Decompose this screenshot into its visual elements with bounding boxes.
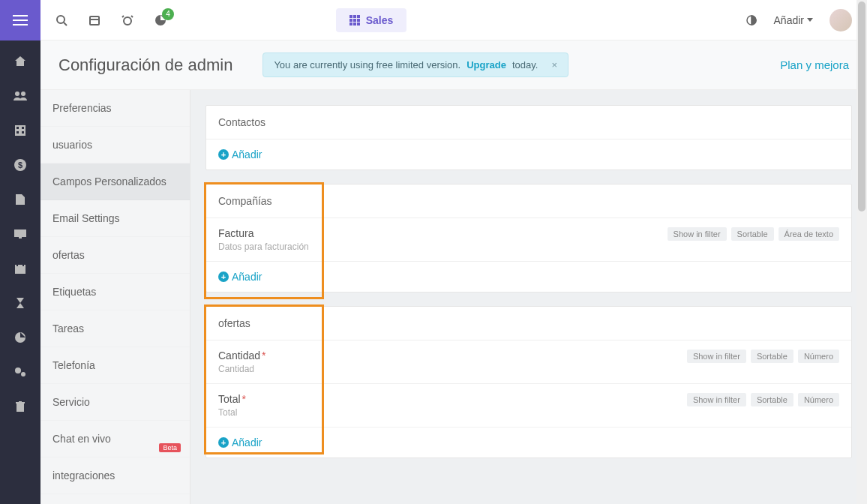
alert-text-prefix: You are currently using free limited ver… bbox=[274, 59, 460, 70]
required-marker: * bbox=[262, 350, 266, 362]
svg-rect-9 bbox=[22, 131, 24, 134]
search-button[interactable] bbox=[56, 14, 68, 26]
svg-rect-39 bbox=[357, 22, 360, 26]
nav-home[interactable] bbox=[0, 48, 40, 75]
reports-button[interactable]: 4 bbox=[154, 14, 166, 26]
sidebar-item-label: ofertas bbox=[52, 249, 85, 261]
menu-toggle[interactable] bbox=[0, 0, 40, 40]
svg-rect-33 bbox=[357, 15, 360, 18]
scrollbar-thumb[interactable] bbox=[858, 2, 866, 212]
svg-rect-32 bbox=[353, 15, 356, 18]
svg-rect-6 bbox=[16, 127, 19, 129]
hamburger-icon bbox=[13, 15, 28, 26]
nav-trash[interactable] bbox=[0, 393, 40, 420]
svg-rect-38 bbox=[353, 22, 356, 26]
nav-settings[interactable] bbox=[0, 358, 40, 386]
field-row-factura[interactable]: Factura Datos para facturación Show in f… bbox=[206, 218, 851, 262]
sidebar-item-campos[interactable]: Campos Personalizados bbox=[40, 164, 190, 200]
sidebar-item-label: Tareas bbox=[52, 322, 84, 334]
plan-link[interactable]: Plan y mejora bbox=[780, 58, 849, 71]
sidebar-item-label: Telefonía bbox=[52, 359, 95, 371]
field-info: Cantidad* Cantidad bbox=[218, 350, 266, 374]
beta-badge: Beta bbox=[159, 443, 181, 452]
svg-rect-16 bbox=[22, 263, 24, 266]
panel-header: Compañías bbox=[206, 184, 851, 218]
alert-close[interactable]: × bbox=[551, 59, 557, 70]
topbar-left: 4 bbox=[56, 14, 166, 26]
nav-hourglass[interactable] bbox=[0, 290, 40, 316]
nav-reports[interactable] bbox=[0, 324, 40, 351]
tag: Área de texto bbox=[778, 227, 839, 241]
caret-down-icon bbox=[807, 18, 813, 22]
field-row-cantidad[interactable]: Cantidad* Cantidad Show in filter Sortab… bbox=[206, 340, 851, 384]
add-label: Añadir bbox=[232, 271, 262, 283]
field-name: Factura bbox=[218, 227, 309, 239]
theme-toggle[interactable] bbox=[746, 14, 758, 26]
field-desc: Datos para facturación bbox=[218, 242, 309, 252]
sidebar-item-email[interactable]: Email Settings bbox=[40, 200, 190, 237]
svg-line-24 bbox=[64, 22, 67, 26]
scrollbar-track[interactable] bbox=[856, 0, 867, 504]
svg-rect-12 bbox=[14, 230, 26, 237]
field-row-total[interactable]: Total* Total Show in filter Sortable Núm… bbox=[206, 384, 851, 428]
sidebar-item-integraciones[interactable]: integraciones bbox=[40, 458, 190, 494]
sidebar-item-usuarios[interactable]: usuarios bbox=[40, 127, 190, 164]
svg-point-3 bbox=[15, 92, 20, 96]
tag: Show in filter bbox=[687, 350, 746, 363]
user-avatar[interactable] bbox=[830, 9, 852, 32]
nav-docs[interactable] bbox=[0, 186, 40, 213]
add-company-field[interactable]: +Añadir bbox=[206, 262, 851, 292]
nav-contacts[interactable] bbox=[0, 82, 40, 110]
document-icon bbox=[16, 194, 25, 205]
sidebar-item-telefonia[interactable]: Telefonía bbox=[40, 347, 190, 384]
icon-sidebar: $ bbox=[0, 0, 40, 504]
nav-cases[interactable] bbox=[0, 220, 40, 248]
sidebar-item-ofertas[interactable]: ofertas bbox=[40, 237, 190, 274]
svg-rect-25 bbox=[90, 16, 99, 25]
svg-rect-31 bbox=[350, 15, 352, 18]
notification-badge: 4 bbox=[162, 8, 174, 20]
nav-companies[interactable] bbox=[0, 117, 40, 144]
sidebar-item-servicio[interactable]: Servicio bbox=[40, 384, 190, 421]
field-name: Cantidad* bbox=[218, 350, 266, 362]
sidebar-item-preferencias[interactable]: Preferencias bbox=[40, 90, 190, 127]
body: Preferencias usuarios Campos Personaliza… bbox=[40, 90, 867, 504]
svg-rect-7 bbox=[22, 127, 24, 129]
svg-point-23 bbox=[57, 16, 64, 23]
workspace-label: Sales bbox=[366, 14, 394, 26]
tag: Número bbox=[798, 350, 839, 363]
building-icon bbox=[15, 125, 26, 136]
nav-deals[interactable]: $ bbox=[0, 152, 40, 178]
sidebar-item-tareas[interactable]: Tareas bbox=[40, 310, 190, 347]
tag: Sortable bbox=[751, 350, 794, 363]
sidebar-item-label: usuarios bbox=[52, 139, 92, 151]
panel-ofertas: ofertas Cantidad* Cantidad Show in filte… bbox=[206, 306, 852, 458]
contrast-icon bbox=[746, 14, 758, 26]
page-title: Configuración de admin bbox=[58, 56, 232, 75]
alert-text-suffix: today. bbox=[512, 59, 538, 70]
tag: Sortable bbox=[731, 227, 774, 241]
tag: Sortable bbox=[751, 393, 794, 406]
topbar-right: Añadir bbox=[746, 9, 852, 32]
sidebar-item-chat[interactable]: Chat en vivoBeta bbox=[40, 421, 190, 458]
upgrade-link[interactable]: Upgrade bbox=[466, 59, 506, 70]
svg-rect-35 bbox=[353, 19, 356, 22]
add-menu[interactable]: Añadir bbox=[774, 14, 813, 26]
tag: Show in filter bbox=[687, 393, 746, 406]
nav-calendar[interactable] bbox=[0, 255, 40, 282]
svg-rect-36 bbox=[357, 19, 360, 22]
field-desc: Total bbox=[218, 407, 246, 418]
grid-icon bbox=[350, 15, 360, 26]
sidebar-item-label: Etiquetas bbox=[52, 286, 96, 298]
calendar-icon bbox=[15, 263, 26, 274]
sidebar-item-label: Email Settings bbox=[52, 212, 119, 224]
add-offer-field[interactable]: +Añadir bbox=[206, 428, 851, 458]
sidebar-item-etiquetas[interactable]: Etiquetas bbox=[40, 274, 190, 310]
calendar-button[interactable] bbox=[88, 14, 100, 26]
add-contact-field[interactable]: +Añadir bbox=[206, 140, 851, 170]
alarm-icon bbox=[122, 14, 134, 26]
svg-point-18 bbox=[15, 368, 21, 374]
workspace-switcher[interactable]: Sales bbox=[336, 8, 407, 32]
field-name: Total* bbox=[218, 393, 246, 405]
alarm-button[interactable] bbox=[122, 14, 134, 26]
